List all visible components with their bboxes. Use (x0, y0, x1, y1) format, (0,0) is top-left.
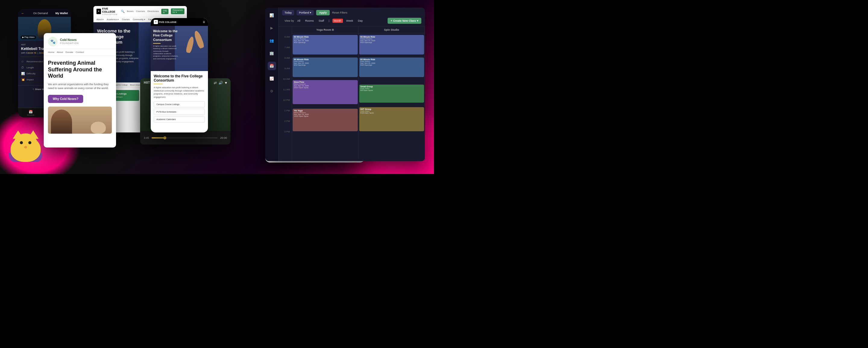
fc-nav-courses[interactable]: Courses (122, 19, 130, 21)
spin-event-2-title: 60 Minute Ride (361, 59, 423, 61)
sidebar-icon-schedule[interactable]: 📅 (268, 62, 276, 70)
spin-event-4-title: HIIT Group (361, 108, 423, 110)
cn-content: Preventing Animal Suffering Around the W… (44, 56, 116, 138)
cn-cta-button[interactable]: Why Cold Noses? (48, 95, 83, 103)
time-8am: 8 AM (278, 57, 292, 67)
sidebar-icon-on-demand[interactable]: ▶ (268, 24, 276, 32)
yoga-event-4[interactable]: Yin Yoga Maria Caneron Sun, Nov 15, 2020… (293, 109, 358, 131)
hiit-progress-dot (163, 136, 166, 139)
cn-org-name: Cold Noses (60, 38, 79, 42)
hamburger-menu-icon[interactable]: ≡ (203, 20, 205, 24)
fc-nav-courses[interactable]: Courses (136, 10, 145, 13)
time-12pm: 12 PM (278, 99, 292, 109)
back-arrow-icon[interactable]: ← (21, 11, 24, 15)
view-by-controls: View by All Rooms Staff | Month Week Day (284, 19, 364, 23)
plus-icon: + (391, 19, 392, 22)
spin-event-3-openings: 6/8 Open Spots (361, 90, 423, 91)
spin-studio-header: Spin Studio (359, 27, 425, 33)
spin-event-3[interactable]: Small Group Andy Adam 6/8 Open Spots (359, 84, 424, 103)
calendar-grid-area: 6 AM 7 AM 8 AM 9 AM 10 AM 11 AM 12 PM 1 … (278, 27, 425, 161)
reset-filters-button[interactable]: Reset Filters (332, 11, 347, 14)
yoga-event-3[interactable]: Slow Flow Maria Caneron Sun, Nov 15, 202… (293, 80, 358, 104)
sidebar-icon-settings[interactable]: ⚙ (268, 87, 276, 96)
apply-button[interactable]: Apply (316, 10, 330, 15)
view-rooms-button[interactable]: Rooms (304, 19, 315, 23)
fcm-logo: ✦ FIVE COLLEGE (154, 20, 177, 24)
login-button[interactable]: Log In (161, 9, 168, 14)
fc-nav-community[interactable]: Community ▾ (133, 19, 145, 21)
yoga-event-1-title: 60 Minute Ride (294, 36, 356, 38)
view-week-button[interactable]: Week (345, 19, 355, 23)
view-staff-button[interactable]: Staff (317, 19, 326, 23)
cn-title: Preventing Animal Suffering Around the W… (48, 60, 112, 79)
time-6am: 6 AM (278, 36, 292, 46)
fc-nav-about[interactable]: About ▾ (96, 19, 104, 21)
time-column: 6 AM 7 AM 8 AM 9 AM 10 AM 11 AM 12 PM 1 … (278, 27, 292, 161)
fc-logo: ✦ FIVE COLLEGE CONSORTIUM (96, 7, 119, 15)
time-3pm: 3 PM (278, 130, 292, 141)
fc-logo-text: FIVE COLLEGE CONSORTIUM (102, 7, 119, 15)
location-selector[interactable]: Portland ▾ (297, 10, 314, 15)
sidebar-icon-dashboard[interactable]: 📊 (268, 11, 276, 20)
heart-icon[interactable]: ♥ (225, 81, 227, 85)
share-icon: ↑ (33, 88, 34, 91)
yoga-event-2-title: 60 Minute Ride (294, 59, 356, 61)
five-college-mobile-screen: ✦ FIVE COLLEGE ≡ Welcome to the Five Col… (151, 18, 208, 133)
sidebar-icon-reports[interactable]: 📈 (268, 74, 276, 83)
time-9am: 9 AM (278, 67, 292, 78)
sidebar-icon-clients[interactable]: 👥 (268, 36, 276, 45)
fcm-link-bus[interactable]: PVTA Bus Schedules (154, 109, 205, 115)
dashboard-main: Today Portland ▾ Apply Reset Filters Vie… (278, 7, 425, 161)
fc-nav-buses[interactable]: Buses (127, 10, 133, 13)
today-button[interactable]: Today (282, 10, 294, 15)
spin-event-4[interactable]: HIIT Group Andy Adam 8/18 Open Spots (359, 107, 424, 131)
yoga-event-1[interactable]: 60 Minute Ride Robert Butcher Sun, Nov 1… (293, 35, 358, 55)
cn-nav-home[interactable]: Home (48, 51, 54, 54)
fcm-links: Campus Course Listings PVTA Bus Schedule… (154, 101, 205, 123)
view-all-button[interactable]: All (296, 19, 302, 23)
fc-nav-directories[interactable]: Directories (147, 10, 159, 13)
yoga-event-2[interactable]: 60 Minute Ride Kelly Adams Sun, Nov 15, … (293, 58, 358, 77)
cn-nav-donate[interactable]: Donate (65, 51, 73, 54)
studio-dashboard-screen: 📊 ▶ 👥 🏢 📅 📈 ⚙ Today Portland ▾ Apply Res… (265, 7, 425, 161)
sidebar-icon-my-business[interactable]: 🏢 (268, 49, 276, 58)
fcm-content-title: Welcome to the Five College Consortium (154, 74, 205, 82)
cn-header: 🐾 Cold Noses FOUNDATION (44, 33, 116, 49)
view-month-button[interactable]: Month (333, 19, 343, 23)
yoga-event-4-openings: 14/22 Open Spots (294, 115, 356, 117)
yoga-event-1-openings: 9/10 Openings (294, 41, 356, 43)
search-icon[interactable]: 🔍 (121, 10, 124, 13)
location-label: Portland (299, 11, 309, 14)
fcm-link-courses[interactable]: Campus Course Listings (154, 101, 205, 107)
cn-nav-about[interactable]: About (57, 51, 63, 54)
dashboard-sidebar: 📊 ▶ 👥 🏢 📅 📈 ⚙ (265, 7, 278, 161)
rooms-header: Yoga Room B Spin Studio (292, 27, 425, 33)
hiit-progress-bar[interactable] (152, 137, 218, 138)
cn-nav: Home About Donate Contact (44, 49, 116, 56)
expand-icon[interactable]: ⇄ (214, 81, 217, 85)
play-video-button[interactable]: ▶ Play Video (21, 36, 36, 39)
mobile-header: ← On Demand My Wallet (18, 9, 71, 17)
cn-logo-icon: 🐾 (48, 37, 58, 46)
difficulty-icon: 📊 (21, 72, 25, 75)
nav-schedule[interactable]: 📅 Schedule (27, 110, 34, 116)
cn-description: We arm animal organizations with the fun… (48, 82, 112, 91)
spin-event-2[interactable]: 60 Minute Ride Kelly Adams Sun, Nov 15, … (359, 58, 424, 77)
divider: | (329, 19, 329, 22)
resources-button[interactable]: Resources for ▾ (171, 8, 184, 14)
volume-icon[interactable]: 🔊 (218, 81, 223, 85)
spin-event-2-openings: 9/10 Openings (361, 64, 423, 66)
my-wallet-label[interactable]: My Wallet (56, 12, 68, 15)
dashboard-content: 📊 ▶ 👥 🏢 📅 📈 ⚙ Today Portland ▾ Apply Res… (265, 7, 425, 161)
view-day-button[interactable]: Day (356, 19, 364, 23)
fcm-dancers-image (175, 26, 208, 71)
create-new-class-button[interactable]: + Create New Class ▾ (388, 18, 421, 24)
hiit-progress-fill (152, 137, 165, 138)
cn-nav-contact[interactable]: Contact (76, 51, 84, 54)
fc-nav-academics[interactable]: Academics ▾ (107, 19, 119, 21)
spin-event-1[interactable]: 60 Minute Ride Robert Butcher Sun, Nov 1… (359, 35, 424, 55)
fcm-hero-text: Welcome to the Five College Consortium A… (153, 29, 179, 60)
cn-org-sub: FOUNDATION (60, 42, 79, 45)
fcm-link-calendars[interactable]: Academic Calendars (154, 116, 205, 123)
spin-event-4-openings: 8/18 Open Spots (361, 112, 423, 114)
